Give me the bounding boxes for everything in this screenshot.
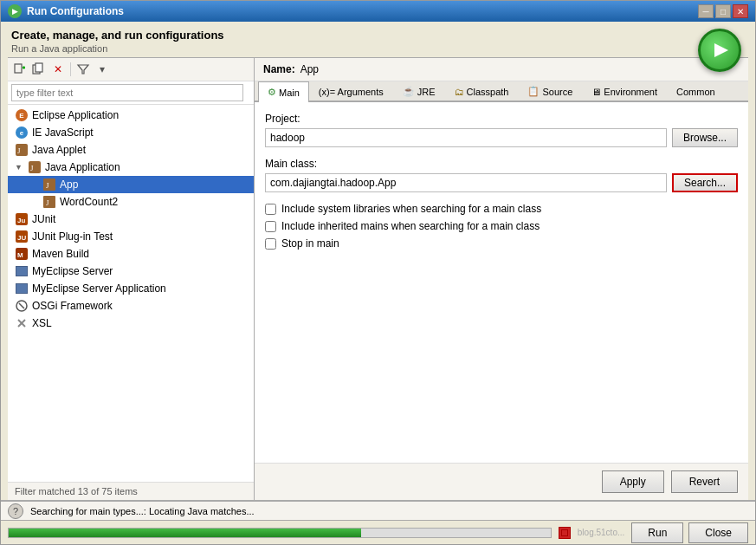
name-label: Name: [263,63,295,75]
tree-item-junit[interactable]: Ju JUnit [8,211,254,228]
checkbox-inherited-mains: Include inherited mains when searching f… [265,220,738,232]
project-row: Browse... [265,128,738,147]
osgi-icon [15,299,29,313]
tab-classpath[interactable]: 🗂 Classpath [445,81,519,101]
tree-label: App [60,178,78,191]
tree-item-junit-plugin[interactable]: JU JUnit Plug-in Test [8,228,254,245]
tree-item-ie-javascript[interactable]: e IE JavaScript [8,124,254,141]
junit-plugin-icon: JU [15,230,29,243]
wordcount-icon: J [42,195,56,209]
close-button[interactable]: ✕ [733,4,748,18]
eclipse-icon: E [15,108,29,122]
tree-label: Eclipse Application [32,109,119,121]
search-button[interactable]: Search... [672,173,738,192]
system-libs-checkbox[interactable] [265,204,276,215]
progress-bar-fill [9,529,361,537]
inherited-mains-label: Include inherited mains when searching f… [281,220,540,232]
project-input[interactable] [265,128,667,147]
header-area: Create, manage, and run configurations R… [1,22,755,57]
tree-label: JUnit Plug-in Test [32,230,113,243]
tab-classpath-icon: 🗂 [455,87,464,97]
svg-line-23 [19,303,24,308]
help-icon[interactable]: ? [8,503,23,519]
tree-item-wordcount2[interactable]: J WordCount2 [8,193,254,211]
close-button-bottom[interactable]: Close [688,522,748,543]
system-libs-label: Include system libraries when searching … [281,203,541,215]
tab-main[interactable]: ⚙ Main [258,81,309,102]
run-button[interactable]: Run [631,522,683,543]
maximize-button[interactable]: □ [715,4,731,18]
stop-in-main-checkbox[interactable] [265,238,276,250]
tab-content-main: Project: Browse... Main class: Search... [255,102,748,463]
filter-input[interactable] [11,84,243,101]
tree-item-eclipse-application[interactable]: E Eclipse Application [8,107,254,124]
app-run-icon: J [42,178,56,191]
tab-main-icon: ⚙ [268,87,276,98]
apply-button[interactable]: Apply [602,470,664,493]
expand-icon: ▼ [15,163,23,172]
tabs-row: ⚙ Main (x)= Arguments ☕ JRE 🗂 Classpath … [255,81,748,102]
tab-environment[interactable]: 🖥 Environment [582,81,667,101]
tree-item-maven[interactable]: M Maven Build [8,245,254,263]
tab-source[interactable]: 📋 Source [518,81,582,101]
tab-env-icon: 🖥 [591,87,601,97]
xsl-icon [15,316,29,330]
svg-text:Ju: Ju [17,217,25,224]
svg-text:JU: JU [17,234,26,242]
svg-rect-0 [15,64,22,73]
header-title: Create, manage, and run configurations [11,29,745,42]
tab-environment-label: Environment [604,87,657,97]
main-class-input[interactable] [265,173,667,192]
tree-label: MyEclipse Server Application [32,282,166,295]
inherited-mains-checkbox[interactable] [265,221,276,232]
name-value: App [300,63,319,75]
status-bar: ? Searching for main types...: Locating … [1,501,755,520]
filter-button[interactable] [74,61,92,78]
project-group: Project: Browse... [265,113,738,147]
tab-source-label: Source [542,87,572,97]
bottom-bar: Apply Revert [255,463,748,500]
tree-item-java-application[interactable]: ▼ J Java Application [8,159,254,176]
svg-marker-5 [78,65,88,74]
browse-button[interactable]: Browse... [672,128,738,147]
tab-common[interactable]: Common [667,81,725,101]
status-area: ? Searching for main types...: Locating … [1,500,755,544]
tab-jre[interactable]: ☕ JRE [393,81,445,101]
config-tree: E Eclipse Application e IE JavaScript [8,105,254,482]
tab-arguments[interactable]: (x)= Arguments [309,81,393,101]
run-big-button[interactable] [698,29,741,72]
tab-jre-label: JRE [417,87,436,97]
tree-item-java-applet[interactable]: J Java Applet [8,141,254,159]
run-close-buttons: Run Close [631,522,748,543]
tree-label: OSGi Framework [32,300,113,312]
tree-item-osgi[interactable]: OSGi Framework [8,297,254,315]
tree-item-myeclipse-server-app[interactable]: MyEclipse Server Application [8,280,254,297]
revert-button[interactable]: Revert [671,470,738,493]
watermark-text: blog.51cto... [578,528,624,537]
tree-item-app[interactable]: J App [8,176,254,193]
minimize-button[interactable]: ─ [698,4,714,18]
tree-label: MyEclipse Server [32,265,113,277]
svg-text:J: J [46,181,49,190]
svg-rect-20 [16,266,28,276]
duplicate-button[interactable] [30,61,48,78]
tab-classpath-label: Classpath [467,87,509,97]
header-subtitle: Run a Java application [11,43,745,54]
maven-icon: M [15,247,29,261]
progress-stop-button[interactable] [559,527,571,539]
delete-button[interactable]: ✕ [49,61,67,78]
menu-button[interactable]: ▾ [94,61,111,78]
tree-item-xsl[interactable]: XSL [8,315,254,332]
left-toolbar: ✕ ▾ [8,58,254,81]
tree-item-myeclipse-server[interactable]: MyEclipse Server [8,263,254,280]
checkbox-system-libs: Include system libraries when searching … [265,203,738,215]
main-class-group: Main class: Search... [265,158,738,192]
left-panel: ✕ ▾ E Eclip [8,58,255,500]
new-config-button[interactable] [11,61,29,78]
tab-arguments-label: (x)= Arguments [319,87,384,97]
tree-label: IE JavaScript [32,127,94,139]
junit-icon: Ju [15,212,29,226]
filter-area [8,81,254,105]
title-bar-left: ▶ Run Configurations [8,4,124,18]
java-app-icon: J [28,160,42,174]
